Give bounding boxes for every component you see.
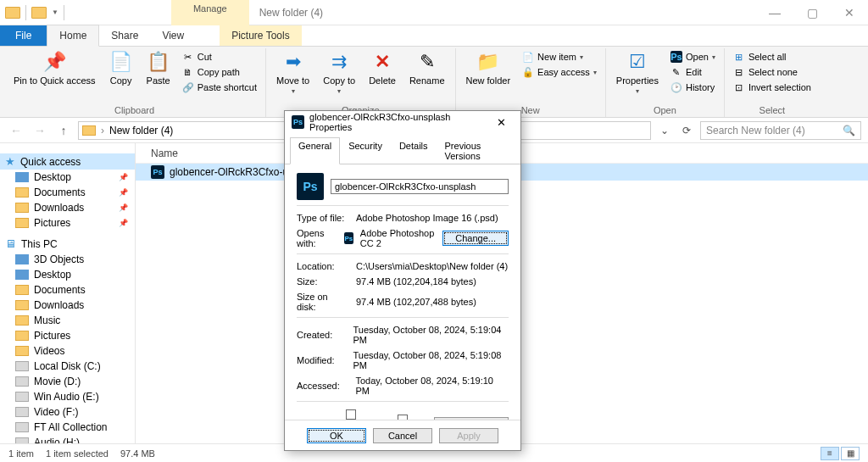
tab-details[interactable]: Details [391, 137, 437, 164]
sidebar-item-music[interactable]: Music [0, 313, 135, 328]
tab-picture-tools[interactable]: Picture Tools [220, 25, 301, 46]
sidebar-item-3d-objects[interactable]: 3D Objects [0, 252, 135, 267]
cut-button[interactable]: ✂Cut [179, 50, 260, 64]
history-button[interactable]: 🕑History [667, 81, 719, 94]
pin-quick-access-button[interactable]: 📌Pin to Quick access [8, 48, 101, 87]
maximize-button[interactable]: ▢ [793, 0, 831, 25]
minimize-button[interactable]: — [756, 0, 793, 25]
properties-button[interactable]: ☑Properties▾ [611, 48, 664, 97]
search-input[interactable]: Search New folder (4) 🔍 [700, 121, 861, 140]
sidebar-this-pc[interactable]: 🖥This PC [0, 236, 135, 252]
sidebar-item-ft-all[interactable]: FT All Collection [0, 420, 135, 435]
properties-dialog: Ps globencer-OlRckR3Cfxo-unsplash Proper… [284, 110, 521, 451]
nav-up-button[interactable]: ↑ [54, 121, 73, 140]
sidebar-item-win-audio-e[interactable]: Win Audio (E:) [0, 389, 135, 404]
group-open: ☑Properties▾ PsOpen ▾ ✎Edit 🕑History Ope… [606, 48, 725, 117]
sidebar-item-downloads[interactable]: Downloads📌 [0, 200, 135, 215]
photoshop-icon: Ps [344, 232, 353, 244]
cube-icon [15, 254, 29, 264]
title-bar: ▼ Manage New folder (4) — ▢ ✕ [0, 0, 868, 25]
view-details-button[interactable]: ≡ [821, 447, 839, 460]
sidebar-item-pictures2[interactable]: Pictures [0, 328, 135, 343]
drive-icon [15, 422, 29, 432]
nav-forward-button[interactable]: → [31, 121, 49, 140]
new-folder-button[interactable]: 📁New folder [461, 48, 516, 87]
qat-dropdown-icon[interactable]: ▼ [52, 8, 58, 16]
ribbon-tabs: File Home Share View Picture Tools [0, 25, 868, 47]
easy-access-button[interactable]: 🔓Easy access ▾ [519, 65, 600, 79]
music-icon [15, 315, 29, 326]
pc-icon: 🖥 [5, 237, 16, 250]
folder-icon [15, 187, 29, 198]
sidebar-item-video-f[interactable]: Video (F:) [0, 404, 135, 420]
folder-icon [15, 300, 29, 310]
open-button[interactable]: PsOpen ▾ [667, 50, 719, 64]
window-title: New folder (4) [259, 7, 323, 19]
folder-icon [15, 203, 29, 213]
tab-share[interactable]: Share [99, 25, 150, 46]
ok-button[interactable]: OK [307, 428, 366, 443]
sidebar-item-local-disk-c[interactable]: Local Disk (C:) [0, 359, 135, 374]
sidebar-item-audio-h[interactable]: Audio (H:) [0, 435, 135, 443]
desktop-icon [15, 270, 29, 280]
sidebar-item-documents[interactable]: Documents📌 [0, 185, 135, 200]
cancel-button[interactable]: Cancel [373, 428, 432, 443]
rename-button[interactable]: ✎Rename [404, 48, 450, 87]
copy-button[interactable]: 📄Copy [104, 48, 138, 87]
pin-icon: 📌 [119, 203, 128, 212]
invert-selection-button[interactable]: ⊡Invert selection [730, 81, 815, 94]
select-all-button[interactable]: ⊞Select all [730, 50, 815, 64]
folder-icon [15, 285, 29, 295]
drive-icon [15, 361, 29, 371]
tab-previous-versions[interactable]: Previous Versions [437, 137, 515, 164]
apply-button[interactable]: Apply [439, 428, 498, 443]
video-icon [15, 346, 29, 356]
hidden-checkbox[interactable]: Hidden [398, 414, 427, 420]
folder-icon [15, 331, 29, 341]
sidebar-quick-access[interactable]: ★Quick access [0, 153, 135, 170]
copy-to-button[interactable]: ⇉Copy to▾ [318, 48, 360, 97]
breadcrumb[interactable]: New folder (4) [109, 125, 173, 136]
tab-home[interactable]: Home [47, 25, 99, 47]
tab-security[interactable]: Security [340, 137, 391, 164]
sidebar-item-downloads2[interactable]: Downloads [0, 298, 135, 313]
tab-file[interactable]: File [0, 25, 47, 46]
view-icons-button[interactable]: ▦ [841, 447, 860, 460]
address-dropdown-icon[interactable]: ⌄ [656, 125, 673, 136]
status-selected: 1 item selected [46, 448, 108, 459]
delete-button[interactable]: ✕Delete [364, 48, 401, 87]
status-size: 97.4 MB [120, 448, 155, 459]
chevron-right-icon: › [101, 125, 104, 136]
readonly-checkbox[interactable]: Read-only [346, 409, 384, 420]
dialog-close-button[interactable]: ✕ [490, 116, 514, 129]
nav-back-button[interactable]: ← [7, 121, 25, 140]
tab-general[interactable]: General [290, 137, 340, 164]
paste-shortcut-button[interactable]: 🔗Paste shortcut [179, 81, 260, 94]
sidebar-item-desktop2[interactable]: Desktop [0, 267, 135, 282]
sidebar-item-movie-d[interactable]: Movie (D:) [0, 374, 135, 389]
folder-icon[interactable] [31, 7, 47, 19]
copy-path-button[interactable]: 🗎Copy path [179, 65, 260, 79]
dialog-title-bar[interactable]: Ps globencer-OlRckR3Cfxo-unsplash Proper… [285, 111, 520, 133]
refresh-button[interactable]: ⟳ [678, 125, 695, 136]
copy-label: Copy [110, 75, 132, 86]
sidebar-item-documents2[interactable]: Documents [0, 282, 135, 298]
close-button[interactable]: ✕ [831, 0, 868, 25]
sidebar-item-videos[interactable]: Videos [0, 343, 135, 359]
pin-label: Pin to Quick access [14, 75, 96, 86]
size-on-disk-value: 97.4 MB (102,207,488 bytes) [356, 297, 476, 307]
select-none-button[interactable]: ⊟Select none [730, 65, 815, 79]
drive-icon [15, 437, 29, 443]
photoshop-icon: Ps [151, 165, 164, 179]
sidebar-item-pictures[interactable]: Pictures📌 [0, 215, 135, 231]
filename-field[interactable] [331, 179, 509, 194]
new-item-button[interactable]: 📄New item ▾ [519, 50, 600, 64]
sidebar-item-desktop[interactable]: Desktop📌 [0, 170, 135, 185]
change-button[interactable]: Change... [442, 231, 509, 246]
edit-button[interactable]: ✎Edit [667, 65, 719, 79]
move-to-button[interactable]: ➡Move to▾ [271, 48, 314, 97]
ribbon: 📌Pin to Quick access 📄Copy 📋Paste ✂Cut 🗎… [0, 47, 868, 118]
photoshop-icon: Ps [292, 115, 304, 129]
tab-view[interactable]: View [150, 25, 196, 46]
paste-button[interactable]: 📋Paste [142, 48, 175, 87]
